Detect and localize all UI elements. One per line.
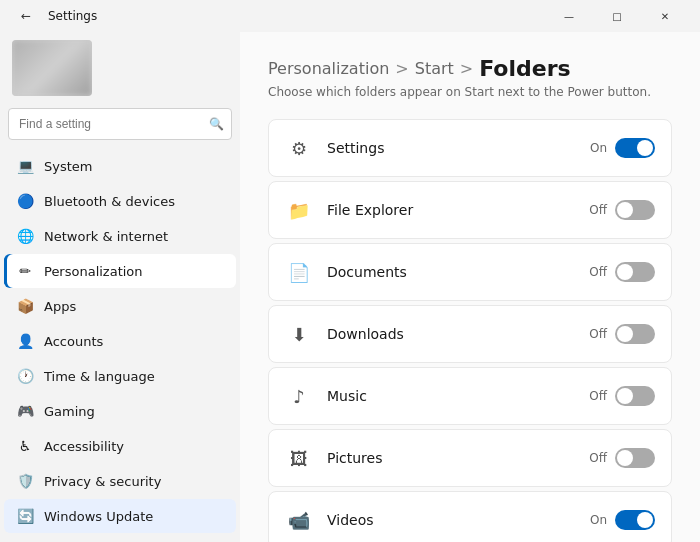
titlebar-controls: — □ ✕ bbox=[546, 0, 688, 32]
nav-label-time: Time & language bbox=[44, 369, 224, 384]
nav-label-gaming: Gaming bbox=[44, 404, 224, 419]
sidebar-item-privacy[interactable]: 🛡️ Privacy & security bbox=[4, 464, 236, 498]
folder-name-pictures: Pictures bbox=[327, 450, 589, 466]
titlebar-title: Settings bbox=[48, 9, 97, 23]
folder-item-downloads: ⬇ Downloads Off bbox=[268, 305, 672, 363]
folders-list: ⚙ Settings On 📁 File Explorer Off 📄 Docu… bbox=[268, 119, 672, 542]
toggle-label-music: Off bbox=[589, 389, 607, 403]
nav-label-windows-update: Windows Update bbox=[44, 509, 224, 524]
toggle-label-pictures: Off bbox=[589, 451, 607, 465]
folder-item-music: ♪ Music Off bbox=[268, 367, 672, 425]
titlebar: ← Settings — □ ✕ bbox=[0, 0, 700, 32]
nav-icon-accessibility: ♿ bbox=[16, 437, 34, 455]
close-button[interactable]: ✕ bbox=[642, 0, 688, 32]
toggle-label-videos: On bbox=[590, 513, 607, 527]
nav-icon-personalization: ✏️ bbox=[16, 262, 34, 280]
toggle-label-downloads: Off bbox=[589, 327, 607, 341]
folder-name-settings: Settings bbox=[327, 140, 590, 156]
nav-label-accounts: Accounts bbox=[44, 334, 224, 349]
sidebar: 🔍 💻 System 🔵 Bluetooth & devices 🌐 Netwo… bbox=[0, 32, 240, 542]
folder-name-music: Music bbox=[327, 388, 589, 404]
toggle-downloads[interactable] bbox=[615, 324, 655, 344]
folder-icon-music: ♪ bbox=[285, 382, 313, 410]
maximize-button[interactable]: □ bbox=[594, 0, 640, 32]
sidebar-item-windows-update[interactable]: 🔄 Windows Update bbox=[4, 499, 236, 533]
folder-icon-file-explorer: 📁 bbox=[285, 196, 313, 224]
nav-label-personalization: Personalization bbox=[44, 264, 224, 279]
sidebar-item-apps[interactable]: 📦 Apps bbox=[4, 289, 236, 323]
sidebar-item-personalization[interactable]: ✏️ Personalization bbox=[4, 254, 236, 288]
nav-icon-time: 🕐 bbox=[16, 367, 34, 385]
folder-item-file-explorer: 📁 File Explorer Off bbox=[268, 181, 672, 239]
nav-label-apps: Apps bbox=[44, 299, 224, 314]
sidebar-item-system[interactable]: 💻 System bbox=[4, 149, 236, 183]
folder-item-videos: 📹 Videos On bbox=[268, 491, 672, 542]
nav-icon-network: 🌐 bbox=[16, 227, 34, 245]
toggle-label-settings: On bbox=[590, 141, 607, 155]
folder-icon-documents: 📄 bbox=[285, 258, 313, 286]
breadcrumb-current: Folders bbox=[479, 56, 570, 81]
toggle-documents[interactable] bbox=[615, 262, 655, 282]
toggle-area-downloads: Off bbox=[589, 324, 655, 344]
sidebar-item-network[interactable]: 🌐 Network & internet bbox=[4, 219, 236, 253]
search-input[interactable] bbox=[8, 108, 232, 140]
folder-item-settings: ⚙ Settings On bbox=[268, 119, 672, 177]
nav-label-bluetooth: Bluetooth & devices bbox=[44, 194, 224, 209]
toggle-label-documents: Off bbox=[589, 265, 607, 279]
sidebar-item-bluetooth[interactable]: 🔵 Bluetooth & devices bbox=[4, 184, 236, 218]
toggle-area-settings: On bbox=[590, 138, 655, 158]
content-area: Personalization > Start > Folders Choose… bbox=[240, 32, 700, 542]
toggle-music[interactable] bbox=[615, 386, 655, 406]
toggle-area-documents: Off bbox=[589, 262, 655, 282]
toggle-area-pictures: Off bbox=[589, 448, 655, 468]
breadcrumb-part1: Personalization bbox=[268, 59, 389, 78]
minimize-button[interactable]: — bbox=[546, 0, 592, 32]
sidebar-item-accessibility[interactable]: ♿ Accessibility bbox=[4, 429, 236, 463]
sidebar-item-accounts[interactable]: 👤 Accounts bbox=[4, 324, 236, 358]
toggle-file-explorer[interactable] bbox=[615, 200, 655, 220]
nav-icon-apps: 📦 bbox=[16, 297, 34, 315]
avatar bbox=[12, 40, 92, 96]
folder-icon-downloads: ⬇ bbox=[285, 320, 313, 348]
nav-icon-privacy: 🛡️ bbox=[16, 472, 34, 490]
nav-icon-system: 💻 bbox=[16, 157, 34, 175]
nav-icon-bluetooth: 🔵 bbox=[16, 192, 34, 210]
breadcrumb-sep1: > bbox=[395, 59, 408, 78]
folder-icon-settings: ⚙ bbox=[285, 134, 313, 162]
folder-item-pictures: 🖼 Pictures Off bbox=[268, 429, 672, 487]
toggle-area-file-explorer: Off bbox=[589, 200, 655, 220]
breadcrumb: Personalization > Start > Folders bbox=[268, 56, 672, 81]
toggle-settings[interactable] bbox=[615, 138, 655, 158]
folder-icon-videos: 📹 bbox=[285, 506, 313, 534]
nav-icon-accounts: 👤 bbox=[16, 332, 34, 350]
toggle-videos[interactable] bbox=[615, 510, 655, 530]
sidebar-item-time[interactable]: 🕐 Time & language bbox=[4, 359, 236, 393]
app-body: 🔍 💻 System 🔵 Bluetooth & devices 🌐 Netwo… bbox=[0, 32, 700, 542]
toggle-area-videos: On bbox=[590, 510, 655, 530]
titlebar-left: ← Settings bbox=[12, 2, 97, 30]
nav-label-accessibility: Accessibility bbox=[44, 439, 224, 454]
folder-name-file-explorer: File Explorer bbox=[327, 202, 589, 218]
folder-item-documents: 📄 Documents Off bbox=[268, 243, 672, 301]
nav-container: 💻 System 🔵 Bluetooth & devices 🌐 Network… bbox=[0, 148, 240, 534]
nav-icon-windows-update: 🔄 bbox=[16, 507, 34, 525]
folder-name-documents: Documents bbox=[327, 264, 589, 280]
search-icon: 🔍 bbox=[209, 117, 224, 131]
nav-label-network: Network & internet bbox=[44, 229, 224, 244]
nav-label-privacy: Privacy & security bbox=[44, 474, 224, 489]
folder-name-videos: Videos bbox=[327, 512, 590, 528]
toggle-area-music: Off bbox=[589, 386, 655, 406]
nav-label-system: System bbox=[44, 159, 224, 174]
toggle-label-file-explorer: Off bbox=[589, 203, 607, 217]
folder-icon-pictures: 🖼 bbox=[285, 444, 313, 472]
nav-icon-gaming: 🎮 bbox=[16, 402, 34, 420]
breadcrumb-sep2: > bbox=[460, 59, 473, 78]
toggle-pictures[interactable] bbox=[615, 448, 655, 468]
search-box: 🔍 bbox=[8, 108, 232, 140]
sidebar-item-gaming[interactable]: 🎮 Gaming bbox=[4, 394, 236, 428]
folder-name-downloads: Downloads bbox=[327, 326, 589, 342]
back-button[interactable]: ← bbox=[12, 2, 40, 30]
page-subtitle: Choose which folders appear on Start nex… bbox=[268, 85, 672, 99]
breadcrumb-part2: Start bbox=[415, 59, 454, 78]
